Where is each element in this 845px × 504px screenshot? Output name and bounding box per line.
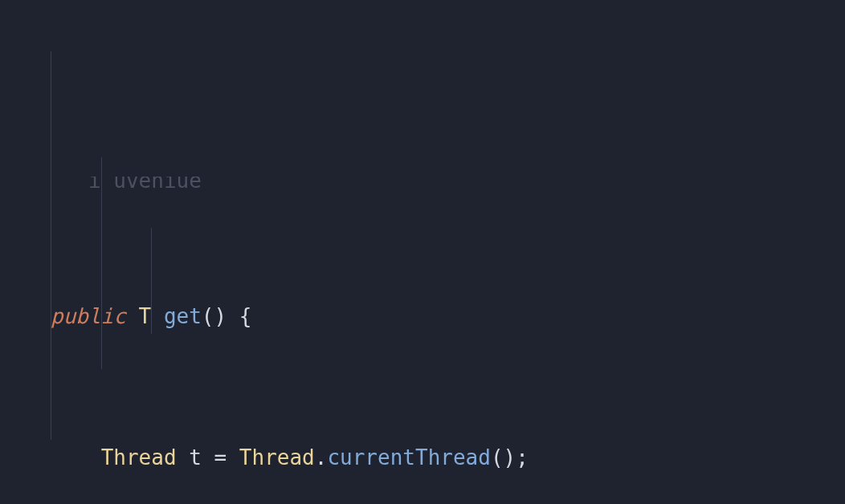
type-thread: Thread: [101, 445, 177, 469]
type-T: T: [139, 304, 152, 328]
code-editor[interactable]: i uveniue public T get() { Thread t = Th…: [0, 0, 845, 504]
code-line: i uveniue: [0, 177, 845, 193]
keyword-public: public: [51, 304, 126, 328]
method-currentthread: currentThread: [327, 445, 491, 469]
code-line: public T get() {: [0, 299, 845, 334]
method-get: get: [164, 304, 202, 328]
code-line: Thread t = Thread.currentThread();: [0, 440, 845, 475]
annotation-override: i uveniue: [51, 177, 202, 193]
indent-guides: [0, 0, 845, 504]
